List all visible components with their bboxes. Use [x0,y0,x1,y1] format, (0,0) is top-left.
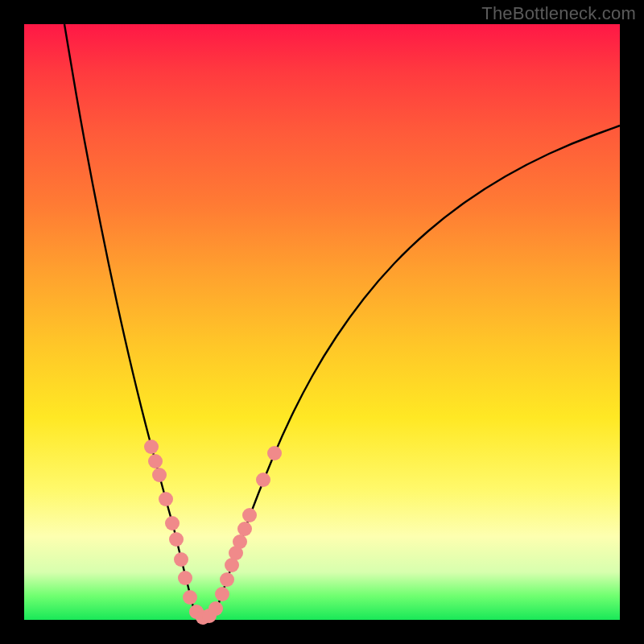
plot-area [24,24,620,620]
highlight-dot [233,535,247,549]
highlight-dot [148,454,163,469]
highlight-dot [242,508,257,522]
highlight-dot [169,532,184,547]
highlight-dot [215,587,229,601]
highlight-dot [144,440,159,454]
highlight-dot [208,601,223,616]
marker-group [144,440,282,625]
highlight-dot [237,522,252,536]
highlight-dot [220,572,234,587]
highlight-dot [159,492,173,506]
curve-right-branch [217,126,620,607]
highlight-dot [174,552,188,567]
highlight-dot [267,446,282,460]
highlight-dot [183,590,197,605]
highlight-dot [152,468,167,482]
curve-layer [24,24,620,620]
chart-frame: TheBottleneck.com [0,0,644,644]
highlight-dot [256,473,270,487]
watermark-text: TheBottleneck.com [481,3,636,24]
curve-group [64,24,620,617]
highlight-dot [178,571,192,585]
highlight-dot [165,516,180,530]
